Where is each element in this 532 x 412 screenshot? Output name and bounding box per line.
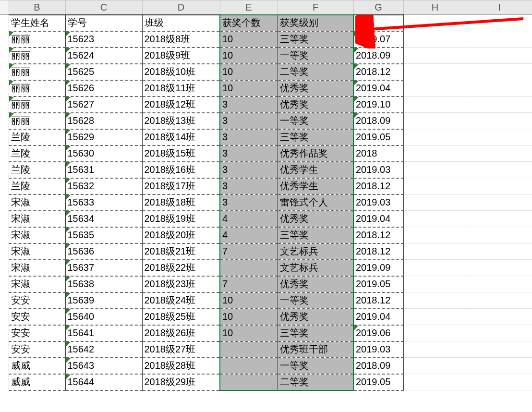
cell-D[interactable]: 2018级27班 <box>142 341 220 358</box>
cell-H[interactable] <box>403 97 467 113</box>
cell-I[interactable] <box>467 113 532 129</box>
colhdr-F[interactable]: F <box>278 0 353 15</box>
cell-B[interactable]: 丽丽 <box>9 80 65 97</box>
cell-G[interactable]: 2019.06 <box>353 325 403 341</box>
cell-C[interactable]: 15632 <box>65 178 142 194</box>
cell-D[interactable]: 2018级25班 <box>142 309 220 325</box>
cell-C[interactable]: 15640 <box>65 309 142 325</box>
cell-C[interactable]: 15641 <box>65 325 142 341</box>
cell-I[interactable] <box>467 243 532 260</box>
cell-E[interactable]: 7 <box>220 243 278 260</box>
cell-C[interactable]: 15626 <box>65 80 142 97</box>
cell-E[interactable]: 3 <box>220 113 278 129</box>
rowhdr[interactable] <box>0 31 9 48</box>
cell-D[interactable]: 2018级9班 <box>142 48 220 64</box>
cell-E[interactable]: 10 <box>220 309 278 325</box>
rowhdr[interactable] <box>0 292 9 309</box>
cell-H[interactable] <box>403 341 467 358</box>
cell-I[interactable] <box>467 292 532 309</box>
cell-I[interactable] <box>467 162 532 178</box>
cell-I[interactable] <box>467 194 532 211</box>
rowhdr[interactable] <box>0 325 9 341</box>
colhdr-C[interactable]: C <box>65 0 142 15</box>
cell-H[interactable] <box>403 374 467 390</box>
cell-F[interactable]: 一等奖 <box>278 113 353 129</box>
cell-F[interactable]: 获奖级别 <box>278 15 353 31</box>
cell-D[interactable]: 2018级8班 <box>142 31 220 48</box>
cell-B[interactable]: 学生姓名 <box>9 15 65 31</box>
cell-B[interactable]: 兰陵 <box>9 162 65 178</box>
cell-D[interactable]: 2018级10班 <box>142 64 220 80</box>
cell-E[interactable] <box>220 358 278 374</box>
cell-B[interactable]: 兰陵 <box>9 178 65 194</box>
rowhdr[interactable] <box>0 113 9 129</box>
cell-C[interactable]: 学号 <box>65 15 142 31</box>
cell-D[interactable]: 2018级11班 <box>142 80 220 97</box>
rowhdr[interactable] <box>0 129 9 145</box>
cell-C[interactable]: 15624 <box>65 48 142 64</box>
cell-B[interactable]: 宋淑 <box>9 276 65 292</box>
cell-D[interactable]: 2018级23班 <box>142 276 220 292</box>
rowhdr[interactable] <box>0 227 9 243</box>
cell-C[interactable]: 15635 <box>65 227 142 243</box>
cell-E[interactable]: 10 <box>220 325 278 341</box>
cell-F[interactable]: 优秀奖 <box>278 309 353 325</box>
cell-E[interactable]: 4 <box>220 211 278 227</box>
cell-C[interactable]: 15637 <box>65 260 142 276</box>
cell-C[interactable]: 15639 <box>65 292 142 309</box>
cell-H[interactable] <box>403 309 467 325</box>
cell-D[interactable]: 2018级12班 <box>142 97 220 113</box>
cell-F[interactable]: 一等奖 <box>278 358 353 374</box>
cell-E[interactable]: 7 <box>220 276 278 292</box>
cell-B[interactable]: 兰陵 <box>9 129 65 145</box>
colhdr-G[interactable]: G <box>353 0 403 15</box>
rowhdr[interactable] <box>0 309 9 325</box>
cell-H[interactable] <box>403 260 467 276</box>
cell-D[interactable]: 2018级24班 <box>142 292 220 309</box>
rowhdr[interactable] <box>0 211 9 227</box>
cell-I[interactable] <box>467 15 532 31</box>
cell-B[interactable]: 安安 <box>9 341 65 358</box>
cell-D[interactable]: 2018级20班 <box>142 227 220 243</box>
cell-E[interactable]: 10 <box>220 292 278 309</box>
rowhdr[interactable] <box>0 64 9 80</box>
cell-E[interactable]: 10 <box>220 48 278 64</box>
cell-H[interactable] <box>403 31 467 48</box>
cell-C[interactable]: 15633 <box>65 194 142 211</box>
cell-C[interactable]: 15634 <box>65 211 142 227</box>
cell-H[interactable] <box>403 211 467 227</box>
cell-C[interactable]: 15631 <box>65 162 142 178</box>
cell-I[interactable] <box>467 129 532 145</box>
cell-D[interactable]: 2018级16班 <box>142 162 220 178</box>
cell-G[interactable]: 2019.09 <box>353 260 403 276</box>
colhdr-D[interactable]: D <box>142 0 220 15</box>
cell-G[interactable]: 2018.12 <box>353 227 403 243</box>
cell-I[interactable] <box>467 374 532 390</box>
cell-I[interactable] <box>467 358 532 374</box>
colhdr-B[interactable]: B <box>9 0 65 15</box>
cell-E[interactable]: 3 <box>220 145 278 162</box>
cell-C[interactable]: 15642 <box>65 341 142 358</box>
cell-C[interactable]: 15627 <box>65 97 142 113</box>
cell-D[interactable]: 2018级18班 <box>142 194 220 211</box>
cell-I[interactable] <box>467 31 532 48</box>
cell-B[interactable]: 安安 <box>9 309 65 325</box>
cell-I[interactable] <box>467 309 532 325</box>
cell-G[interactable]: 2019.05 <box>353 129 403 145</box>
cell-B[interactable]: 丽丽 <box>9 31 65 48</box>
cell-I[interactable] <box>467 341 532 358</box>
cell-H[interactable] <box>403 292 467 309</box>
cell-I[interactable] <box>467 145 532 162</box>
cell-B[interactable]: 丽丽 <box>9 113 65 129</box>
cell-C[interactable]: 15625 <box>65 64 142 80</box>
cell-B[interactable]: 威威 <box>9 358 65 374</box>
cell-F[interactable]: 文艺标兵 <box>278 260 353 276</box>
cell-B[interactable]: 宋淑 <box>9 243 65 260</box>
cell-D[interactable]: 2018级13班 <box>142 113 220 129</box>
rowhdr[interactable] <box>0 260 9 276</box>
cell-E[interactable]: 3 <box>220 178 278 194</box>
cell-E[interactable] <box>220 341 278 358</box>
cell-E[interactable]: 10 <box>220 64 278 80</box>
cell-E[interactable]: 3 <box>220 162 278 178</box>
cell-G[interactable]: 2019.05 <box>353 276 403 292</box>
